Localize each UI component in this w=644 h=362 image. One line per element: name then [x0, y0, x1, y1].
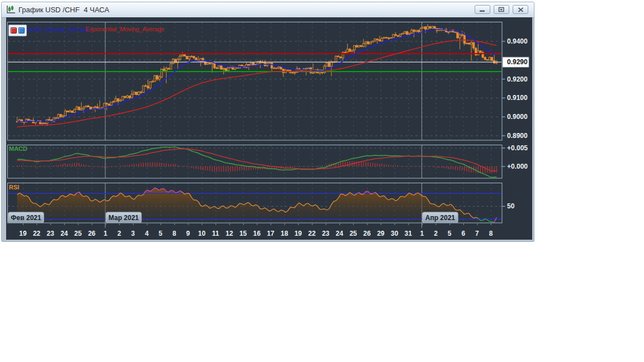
- chart-client-area: MACDRSI0.94000.92000.91000.90000.8900+0.…: [6, 17, 532, 240]
- svg-text:Апр 2021: Апр 2021: [425, 214, 456, 222]
- svg-text:3: 3: [131, 230, 135, 237]
- main-chart-panel[interactable]: [8, 22, 503, 141]
- close-icon: [518, 7, 524, 12]
- svg-text:22: 22: [33, 230, 41, 237]
- rsi-panel-label: RSI: [9, 184, 19, 190]
- svg-text:1: 1: [420, 230, 424, 237]
- svg-text:2: 2: [434, 230, 438, 237]
- close-button[interactable]: [513, 5, 528, 14]
- ema-slow-legend-label: Exponential_Moving_Average: [86, 26, 164, 32]
- svg-text:26: 26: [88, 230, 96, 237]
- svg-text:23: 23: [47, 230, 55, 237]
- month-badge: Фев 2021: [8, 212, 44, 223]
- macd-panel[interactable]: [8, 145, 503, 179]
- svg-text:8: 8: [489, 230, 493, 237]
- svg-text:17: 17: [267, 230, 274, 237]
- svg-text:19: 19: [19, 230, 27, 237]
- svg-text:9: 9: [186, 230, 190, 237]
- price-axis-label: 0.9000: [507, 113, 528, 121]
- svg-text:11: 11: [212, 230, 219, 237]
- chart-canvas: MACDRSI0.94000.92000.91000.90000.8900+0.…: [6, 17, 532, 240]
- svg-text:26: 26: [363, 230, 371, 237]
- svg-text:15: 15: [239, 230, 247, 237]
- current-price-box: 0.9290: [503, 57, 529, 67]
- restore-icon: [498, 7, 505, 12]
- window-controls: [475, 5, 528, 14]
- svg-text:31: 31: [405, 230, 413, 237]
- svg-text:6: 6: [461, 230, 465, 237]
- svg-text:2: 2: [117, 230, 121, 237]
- indicator-legend-box: [8, 25, 27, 36]
- svg-text:Мар 2021: Мар 2021: [108, 214, 139, 222]
- month-badge: Апр 2021: [423, 212, 458, 223]
- svg-text:0.9290: 0.9290: [507, 58, 528, 66]
- ema-fast-toggle-button[interactable]: [18, 27, 25, 34]
- svg-text:30: 30: [391, 230, 399, 237]
- svg-text:5: 5: [159, 230, 163, 237]
- svg-text:10: 10: [198, 230, 206, 237]
- window-titlebar[interactable]: График USD /CHF 4 ЧАСА: [2, 2, 534, 18]
- macd-axis-label: +0.005: [507, 144, 528, 152]
- candlestick-chart-icon: [6, 5, 16, 14]
- chart-window: График USD /CHF 4 ЧАСА MACDRSI0.94000.92…: [1, 2, 534, 242]
- month-badge: Мар 2021: [106, 212, 141, 223]
- svg-text:18: 18: [281, 230, 288, 237]
- svg-text:12: 12: [226, 230, 234, 237]
- svg-text:23: 23: [322, 230, 330, 237]
- svg-text:1: 1: [103, 230, 107, 237]
- svg-text:5: 5: [448, 230, 452, 237]
- date-axis: 1922232425261234589101112151617181922232…: [19, 230, 493, 237]
- svg-text:29: 29: [377, 230, 385, 237]
- price-axis-label: 0.9400: [507, 37, 528, 45]
- ema-slow-toggle-button[interactable]: [11, 27, 17, 34]
- svg-text:19: 19: [295, 230, 302, 237]
- svg-text:25: 25: [349, 230, 357, 237]
- svg-text:Фев 2021: Фев 2021: [11, 214, 41, 222]
- price-axis-label: 0.9200: [507, 75, 528, 83]
- minimize-icon: [479, 7, 486, 12]
- svg-text:7: 7: [475, 230, 479, 237]
- svg-text:8: 8: [172, 230, 176, 237]
- minimize-button[interactable]: [475, 5, 490, 14]
- macd-panel-label: MACD: [9, 145, 27, 152]
- svg-text:16: 16: [253, 230, 261, 237]
- svg-text:22: 22: [308, 230, 316, 237]
- rsi-axis-label: 50: [507, 202, 515, 210]
- restore-button[interactable]: [494, 5, 509, 14]
- svg-text:4: 4: [145, 230, 149, 237]
- svg-text:24: 24: [336, 230, 344, 237]
- price-axis-label: 0.9100: [507, 94, 528, 102]
- svg-text:24: 24: [60, 230, 68, 237]
- macd-axis-label: +0.000: [507, 163, 528, 170]
- price-axis-label: 0.8900: [507, 132, 528, 140]
- svg-text:25: 25: [74, 230, 82, 237]
- window-title: График USD /CHF 4 ЧАСА: [18, 6, 109, 14]
